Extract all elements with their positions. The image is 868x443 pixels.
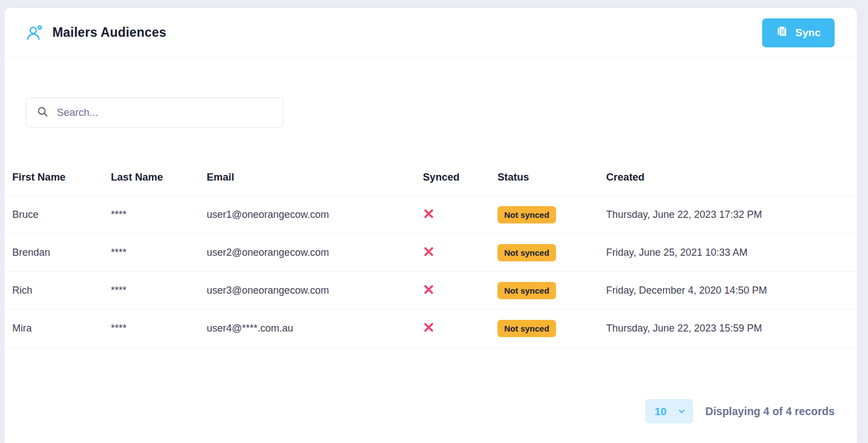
mailers-audiences-card: Mailers Audiences Sync	[4, 8, 857, 443]
status-badge: Not synced	[498, 206, 556, 223]
table-row: Mira **** user4@****.com.au Not synced T…	[4, 310, 857, 348]
cell-synced	[415, 234, 490, 272]
table-row: Rich **** user3@oneorangecow.com Not syn…	[4, 272, 857, 310]
cell-synced	[415, 196, 490, 234]
col-synced: Synced	[415, 164, 490, 196]
sync-button-label: Sync	[796, 27, 821, 39]
cell-first-name: Mira	[4, 310, 103, 348]
table-row: Bruce **** user1@oneorangecow.com Not sy…	[4, 196, 857, 234]
cell-synced	[415, 272, 490, 310]
table-row: Brendan **** user2@oneorangecow.com Not …	[4, 234, 857, 272]
col-first-name: First Name	[4, 164, 103, 196]
page-size-wrap: 10	[645, 399, 693, 423]
not-synced-x-icon	[423, 322, 435, 333]
cell-status: Not synced	[490, 196, 598, 234]
not-synced-x-icon	[423, 208, 435, 220]
pagination-bar: 10 Displaying 4 of 4 records	[4, 399, 857, 423]
cell-email: user3@oneorangecow.com	[199, 272, 415, 310]
cell-first-name: Bruce	[4, 196, 103, 234]
col-created: Created	[598, 164, 857, 196]
not-synced-x-icon	[423, 246, 435, 257]
sync-button[interactable]: Sync	[762, 18, 835, 47]
search-box	[26, 98, 284, 128]
cell-created: Friday, December 4, 2020 14:50 PM	[598, 272, 857, 310]
cell-email: user4@****.com.au	[199, 310, 415, 348]
cell-last-name: ****	[103, 196, 199, 234]
cell-created: Thursday, June 22, 2023 17:32 PM	[598, 196, 857, 234]
cell-status: Not synced	[490, 310, 598, 348]
cell-created: Friday, June 25, 2021 10:33 AM	[598, 234, 857, 272]
page-size-select[interactable]: 10	[645, 399, 693, 423]
page-title: Mailers Audiences	[52, 25, 167, 40]
records-summary: Displaying 4 of 4 records	[705, 405, 835, 418]
cell-email: user1@oneorangecow.com	[199, 196, 415, 234]
card-header: Mailers Audiences Sync	[4, 8, 857, 58]
cell-status: Not synced	[490, 272, 598, 310]
cell-email: user2@oneorangecow.com	[199, 234, 415, 272]
cell-synced	[415, 310, 490, 348]
cell-status: Not synced	[490, 234, 598, 272]
cell-last-name: ****	[103, 310, 199, 348]
table-header: First Name Last Name Email Synced Status…	[4, 164, 857, 196]
cell-first-name: Brendan	[4, 234, 103, 272]
cell-created: Thursday, June 22, 2023 15:59 PM	[598, 310, 857, 348]
cell-last-name: ****	[103, 234, 199, 272]
cell-first-name: Rich	[4, 272, 103, 310]
user-gear-icon	[26, 24, 43, 42]
audiences-table: First Name Last Name Email Synced Status…	[4, 164, 857, 348]
table-body: Bruce **** user1@oneorangecow.com Not sy…	[4, 196, 857, 348]
col-status: Status	[490, 164, 598, 196]
not-synced-x-icon	[423, 284, 435, 295]
search-input[interactable]	[56, 106, 272, 119]
col-email: Email	[199, 164, 415, 196]
status-badge: Not synced	[498, 320, 556, 337]
status-badge: Not synced	[498, 282, 556, 299]
title-wrap: Mailers Audiences	[26, 24, 167, 42]
status-badge: Not synced	[498, 244, 556, 261]
search-icon	[37, 106, 48, 120]
cell-last-name: ****	[103, 272, 199, 310]
col-last-name: Last Name	[103, 164, 199, 196]
copy-document-icon	[776, 25, 788, 40]
